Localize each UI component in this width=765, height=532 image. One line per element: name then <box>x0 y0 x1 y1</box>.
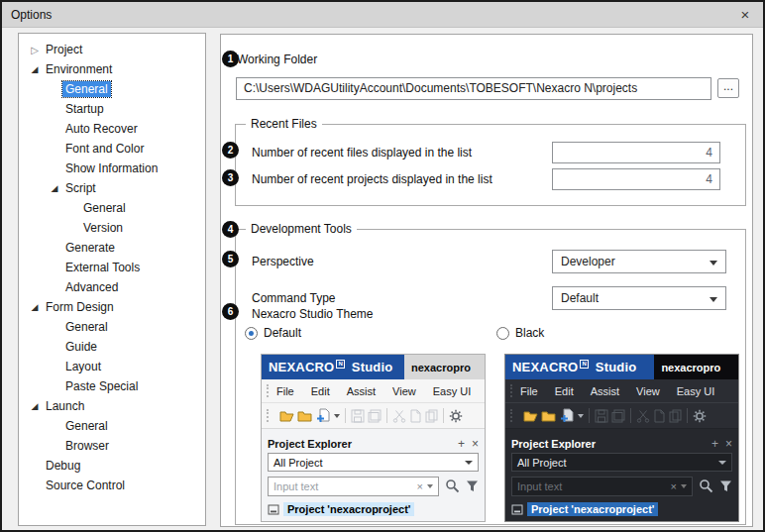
preview-titlebar: NEXACRON Studio nexacropro <box>505 355 738 379</box>
folder-open-icon <box>279 409 294 422</box>
recent-projects-count-input[interactable]: 4 <box>552 168 720 190</box>
step-badge-5: 5 <box>222 251 239 267</box>
tree-collapsed-icon[interactable]: ▷ <box>29 45 41 55</box>
filter-icon <box>466 479 479 492</box>
nexacro-studio-logo: NEXACRON Studio <box>505 355 654 379</box>
tree-item-font-and-color[interactable]: Font and Color <box>19 139 205 159</box>
preview-menu-edit: Edit <box>555 385 574 397</box>
perspective-select[interactable]: Developer <box>552 250 726 273</box>
tree-item-general[interactable]: General <box>19 79 205 99</box>
development-tools-group-title: Development Tools <box>246 222 357 236</box>
tree-item-label: General <box>80 200 129 216</box>
command-type-label: Command Type <box>252 291 336 305</box>
tree-item-project[interactable]: ▷Project <box>19 40 205 59</box>
project-filter-select: All Project <box>511 453 732 472</box>
tree-item-source-control[interactable]: Source Control <box>19 476 205 495</box>
tree-item-version[interactable]: Version <box>19 218 205 238</box>
recent-projects-count-label: Number of recent projects displayed in t… <box>252 172 492 186</box>
tree-item-label: Form Design <box>43 299 117 315</box>
preview-menu-edit: Edit <box>311 385 330 397</box>
tree-item-label: Browser <box>62 438 112 454</box>
tree-item-general[interactable]: General <box>19 317 205 337</box>
grip-icon <box>510 384 513 397</box>
grip-icon <box>267 409 270 422</box>
tree-item-paste-special[interactable]: Paste Special <box>19 376 205 396</box>
tree-item-launch[interactable]: ◢Launch <box>19 396 205 416</box>
search-icon <box>445 479 460 493</box>
new-doc-icon <box>409 409 422 423</box>
tree-expanded-icon[interactable]: ◢ <box>49 183 60 193</box>
tree-item-label: Auto Recover <box>62 121 141 137</box>
project-filter-select: All Project <box>268 453 479 472</box>
preview-toolbar <box>505 402 738 429</box>
step-badge-1: 1 <box>222 51 239 67</box>
theme-option-default[interactable]: Default <box>245 326 301 340</box>
tree-item-environment[interactable]: ◢Environment <box>19 59 205 79</box>
explorer-header: Project Explorer +× <box>268 434 479 453</box>
browse-button[interactable]: ... <box>717 78 739 98</box>
tree-item-generate[interactable]: Generate <box>19 238 205 258</box>
toolbar-separator <box>443 408 444 423</box>
theme-option-black[interactable]: Black <box>496 326 544 340</box>
search-input: Input text × <box>268 477 439 496</box>
toolbar-separator <box>345 408 346 423</box>
grip-icon <box>510 409 513 422</box>
tree-item-label: General <box>62 81 111 97</box>
preview-menu-easy-ui: Easy UI <box>433 385 472 397</box>
pin-icon: + <box>458 437 465 451</box>
tree-item-advanced[interactable]: Advanced <box>19 277 205 297</box>
cut-icon <box>392 409 406 423</box>
explorer-title: Project Explorer <box>268 438 352 450</box>
tree-item-form-design[interactable]: ◢Form Design <box>19 297 205 317</box>
clear-icon: × <box>671 480 677 492</box>
tree-item-label: Script <box>62 180 99 196</box>
perspective-value: Developer <box>561 255 615 268</box>
preview-menu-file: File <box>276 385 294 397</box>
explorer-title: Project Explorer <box>511 438 596 450</box>
tree-expanded-icon[interactable]: ◢ <box>29 401 41 411</box>
nexacro-sup-n: N <box>580 360 589 369</box>
save-icon <box>595 409 608 423</box>
project-item: Project 'nexacroproject' <box>511 500 732 518</box>
settings-content: Working Folder C:\Users\WDAGUtilityAccou… <box>220 34 753 527</box>
tree-item-label: General <box>62 418 111 434</box>
tree-item-guide[interactable]: Guide <box>19 337 205 357</box>
recent-files-count-input[interactable]: 4 <box>552 142 720 163</box>
preview-menubar: FileEditAssistViewEasy UI <box>262 379 485 402</box>
close-icon[interactable]: × <box>735 5 755 25</box>
command-type-select[interactable]: Default <box>552 286 726 310</box>
working-folder-input[interactable]: C:\Users\WDAGUtilityAccount\Documents\TO… <box>236 77 711 100</box>
toolbar-separator <box>589 408 590 423</box>
tree-item-auto-recover[interactable]: Auto Recover <box>19 119 205 139</box>
theme-default-label: Default <box>264 326 301 340</box>
step-badge-6: 6 <box>222 303 239 320</box>
preview-document-tab: nexacropro <box>654 355 738 379</box>
tree-item-browser[interactable]: Browser <box>19 436 205 456</box>
folder-open-icon <box>523 409 538 422</box>
radio-selected-icon[interactable] <box>245 327 258 340</box>
nexacro-studio-logo: NEXACRON Studio <box>262 355 404 379</box>
step-badge-2: 2 <box>222 142 239 159</box>
preview-explorer-panel: Project Explorer +× All Project Input te… <box>262 429 485 521</box>
save-all-icon <box>611 409 625 423</box>
tree-item-startup[interactable]: Startup <box>19 99 205 119</box>
tree-item-label: Startup <box>62 101 107 117</box>
tree-item-label: External Tools <box>62 260 143 275</box>
tree-expanded-icon[interactable]: ◢ <box>29 64 41 74</box>
tree-item-debug[interactable]: Debug <box>19 456 205 476</box>
new-doc-icon <box>653 409 666 423</box>
tree-item-external-tools[interactable]: External Tools <box>19 258 205 277</box>
titlebar[interactable]: Options × <box>2 2 763 28</box>
tree-item-layout[interactable]: Layout <box>19 357 205 376</box>
cut-icon <box>636 409 650 423</box>
tree-item-general[interactable]: General <box>19 416 205 436</box>
tree-item-general[interactable]: General <box>19 198 205 218</box>
settings-gear-icon <box>693 409 707 423</box>
tree-item-label: Environment <box>43 61 115 77</box>
radio-unselected-icon[interactable] <box>496 327 509 340</box>
preview-menu-view: View <box>636 385 660 397</box>
tree-item-script[interactable]: ◢Script <box>19 178 205 198</box>
tree-item-show-information[interactable]: Show Information <box>19 159 205 178</box>
perspective-label: Perspective <box>252 255 314 268</box>
tree-expanded-icon[interactable]: ◢ <box>29 302 41 312</box>
